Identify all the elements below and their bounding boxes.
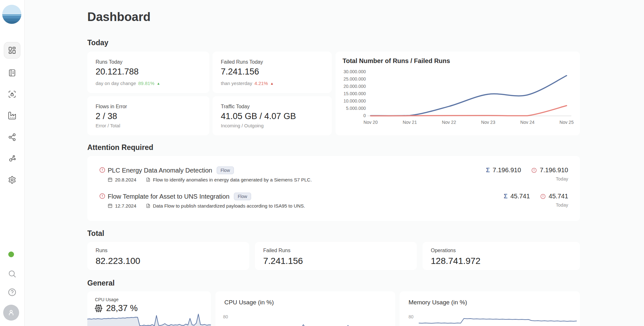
factory-icon bbox=[8, 111, 16, 120]
stat-card-traffic-today: Traffic Today 41.05 GB / 4.07 GB Incomin… bbox=[213, 96, 332, 135]
failed-runs-value: 45.741 bbox=[549, 193, 568, 200]
sidebar-item-notebook[interactable] bbox=[6, 67, 18, 79]
memory-percent-chart-title: Memory Usage (in %) bbox=[409, 299, 467, 306]
user-icon bbox=[7, 308, 15, 317]
sidebar-item-scan-lock[interactable] bbox=[6, 88, 18, 101]
sidebar bbox=[0, 0, 25, 326]
flow-badge: Flow bbox=[234, 193, 251, 200]
document-icon bbox=[146, 177, 150, 182]
memory-percent-line bbox=[419, 311, 577, 326]
attention-item-date: 20.8.2024 bbox=[115, 177, 136, 182]
total-runs-value: 45.741 bbox=[510, 193, 530, 200]
trend-up-icon: ▲ bbox=[157, 82, 160, 85]
stat-sub: day on day change 89.81% ▲ bbox=[96, 81, 160, 86]
calendar-icon bbox=[108, 177, 112, 182]
stat-card-total-failed-runs: Failed Runs 7.241.156 bbox=[255, 242, 417, 270]
stat-value: 20.121.788 bbox=[96, 67, 139, 77]
general-heading: General bbox=[87, 279, 115, 287]
attention-item-when: Today bbox=[504, 202, 568, 208]
share-icon bbox=[8, 133, 16, 141]
user-avatar[interactable] bbox=[3, 305, 19, 321]
alert-icon bbox=[99, 167, 105, 174]
total-heading: Total bbox=[87, 229, 104, 238]
stat-label: Runs bbox=[96, 248, 107, 253]
y-tick-label: 20.000.000 bbox=[336, 84, 366, 89]
y-axis-tick: 80 bbox=[409, 314, 414, 319]
sidebar-item-factory[interactable] bbox=[6, 109, 18, 122]
stat-label: Failed Runs bbox=[263, 248, 290, 253]
x-tick-label: Nov 23 bbox=[475, 120, 501, 125]
app-root: Dashboard Today Runs Today 20.121.788 da… bbox=[0, 0, 644, 326]
y-tick-label: 0 bbox=[336, 113, 366, 118]
x-tick-label: Nov 24 bbox=[515, 120, 540, 125]
attention-heading: Attention Required bbox=[87, 143, 153, 152]
y-tick-label: 30.000.000 bbox=[336, 69, 366, 74]
total-runs-value: 7.196.910 bbox=[493, 167, 521, 174]
y-tick-label: 15.000.000 bbox=[336, 91, 366, 96]
memory-percent-chart-card: Memory Usage (in %) 80 bbox=[400, 291, 580, 326]
sigma-icon: Σ bbox=[486, 167, 490, 174]
attention-item-title[interactable]: Flow Template for Asset to UNS Integrati… bbox=[108, 193, 229, 200]
stat-card-runs-today: Runs Today 20.121.788 day on day change … bbox=[87, 52, 209, 93]
y-tick-label: 5.000.000 bbox=[336, 106, 366, 111]
alert-icon bbox=[540, 194, 546, 199]
cpu-usage-label: CPU Usage bbox=[95, 297, 119, 302]
workflow-icon bbox=[8, 154, 16, 163]
stat-card-total-runs: Runs 82.223.100 bbox=[87, 242, 249, 270]
cpu-usage-card: CPU Usage 28,37 % bbox=[87, 291, 211, 326]
notebook-icon bbox=[8, 69, 16, 77]
sidebar-item-share[interactable] bbox=[6, 131, 18, 144]
stat-value: 41.05 GB / 4.07 GB bbox=[221, 111, 296, 121]
status-indicator bbox=[8, 252, 14, 257]
stat-value: 7.241.156 bbox=[221, 67, 259, 77]
stat-card-failed-runs-today: Failed Runs Today 7.241.156 than yesterd… bbox=[213, 52, 332, 93]
today-heading: Today bbox=[87, 39, 108, 47]
calendar-icon bbox=[108, 203, 112, 208]
stat-label: Runs Today bbox=[96, 59, 122, 65]
document-icon bbox=[146, 203, 150, 208]
stat-card-total-operations: Operations 128.741.972 bbox=[423, 242, 580, 270]
flow-badge: Flow bbox=[217, 167, 234, 174]
x-tick-label: Nov 22 bbox=[436, 120, 462, 125]
attention-item-stats: Σ 7.196.910 7.196.910 Today bbox=[486, 167, 568, 181]
attention-item-when: Today bbox=[486, 176, 568, 181]
cpu-usage-sparkline bbox=[87, 306, 211, 326]
scan-lock-icon bbox=[8, 90, 16, 98]
search-button[interactable] bbox=[6, 267, 18, 280]
stat-label: Traffic Today bbox=[221, 104, 250, 110]
cpu-percent-chart-card: CPU Usage (in %) 80 bbox=[215, 291, 395, 326]
change-value: 89.81% bbox=[138, 81, 155, 86]
attention-item-stats: Σ 45.741 45.741 Today bbox=[504, 193, 568, 208]
stat-label: Flows in Error bbox=[96, 104, 127, 110]
sidebar-item-dashboard[interactable] bbox=[4, 42, 20, 59]
alert-icon bbox=[531, 167, 537, 173]
search-icon bbox=[8, 269, 17, 278]
attention-item-description: Flow to identify anomalies in energy dat… bbox=[153, 177, 312, 182]
stat-value: 2 / 38 bbox=[96, 111, 117, 121]
attention-card: PLC Energy Data Anomaly Detection Flow 2… bbox=[87, 156, 580, 221]
runs-chart-card: Total Number of Runs / Failed Runs 30.00… bbox=[336, 52, 580, 135]
runs-failed-line-chart bbox=[367, 69, 571, 120]
x-tick-label: Nov 25 bbox=[554, 120, 579, 125]
y-tick-label: 10.000.000 bbox=[336, 98, 366, 103]
help-button[interactable] bbox=[6, 286, 18, 299]
sidebar-item-settings[interactable] bbox=[6, 174, 18, 186]
sigma-icon: Σ bbox=[504, 193, 508, 200]
cpu-percent-chart-title: CPU Usage (in %) bbox=[224, 299, 274, 306]
failed-runs-value: 7.196.910 bbox=[540, 167, 568, 174]
sidebar-item-workflow[interactable] bbox=[6, 152, 18, 165]
stat-sub: Incoming / Outgoing bbox=[221, 123, 264, 128]
attention-item-description: Data Flow to publish standardized payloa… bbox=[153, 203, 305, 209]
stat-sub: Error / Total bbox=[96, 123, 120, 128]
trend-up-icon: ▲ bbox=[270, 82, 274, 85]
attention-item[interactable]: Flow Template for Asset to UNS Integrati… bbox=[87, 193, 580, 209]
x-tick-label: Nov 21 bbox=[397, 120, 423, 125]
settings-icon bbox=[8, 176, 16, 184]
stat-value: 128.741.972 bbox=[431, 256, 481, 266]
dashboard-icon bbox=[8, 46, 16, 54]
help-icon bbox=[8, 288, 17, 297]
app-logo[interactable] bbox=[2, 5, 21, 24]
stat-label: Operations bbox=[431, 248, 456, 253]
attention-item-title[interactable]: PLC Energy Data Anomaly Detection bbox=[108, 167, 212, 174]
attention-item[interactable]: PLC Energy Data Anomaly Detection Flow 2… bbox=[87, 167, 580, 182]
